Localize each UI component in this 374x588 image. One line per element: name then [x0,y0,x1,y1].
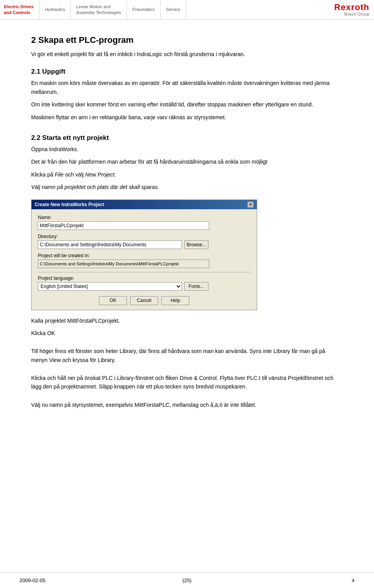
dialog-language-row: Project language: English [United States… [38,275,251,291]
section-2-2-para1: Öppna IndraWorks. [31,145,343,154]
dialog-close-button[interactable]: × [247,201,254,208]
dialog-name-row: Name: [38,215,251,230]
section-2-2: 2.2 Starta ett nytt projekt Öppna IndraW… [31,134,343,409]
rexroth-brand-name: Rexroth [334,3,369,12]
dialog-project-created-label: Project will be created in: [38,253,251,258]
footer-page-number: (25) [131,577,243,583]
nav-item-linear[interactable]: Linear Motion andAssembly Technologies [71,0,127,19]
dialog-title: Create New IndraWorks Project [35,202,104,207]
para3-italic-file: File [55,171,64,178]
nav-label-linear: Linear Motion andAssembly Technologies [76,4,121,15]
top-navigation: Electric Drivesand Controls Hydraulics L… [0,0,319,19]
dialog-help-button[interactable]: Help [161,296,189,305]
dialog-name-label: Name: [38,215,251,220]
nav-label-pneumatics: Pneumatics [132,7,155,12]
nav-item-electric[interactable]: Electric Drivesand Controls [0,0,39,19]
nav-item-pneumatics[interactable]: Pneumatics [127,0,161,19]
section-2-1: 2.1 Uppgift En maskin som körs måste öve… [31,68,343,122]
para3-italic-newproject: New Project. [85,171,116,178]
after-dialog-para1: Kalla projektet MittFörstaPLCprojekt. [31,316,343,325]
main-content: 2 Skapa ett PLC-program Vi gör ett enkel… [12,19,362,436]
dialog-browse-button[interactable]: Browse... [184,240,208,249]
section-2-2-para3: Klicka på File och välj New Project. [31,170,343,179]
section-2-1-title: 2.1 Uppgift [31,68,343,76]
chapter-title: 2 Skapa ett PLC-program [31,35,343,45]
bosch-group-name: Bosch Group [334,12,369,16]
section-2-2-para2: Det är från den här plattformen man arbe… [31,157,343,166]
logo-area: Rexroth Bosch Group [319,0,374,19]
nav-label-hydraulics: Hydraulics [45,7,65,12]
dialog-project-created-value: C:\Documents and Settings\fredstra\My Do… [38,260,209,268]
nav-label-service: Service [166,7,180,12]
dialog-body: Name: Directory: Browse... Project will … [32,209,257,310]
section-2-2-para4: Välj namn på projektet och plats där det… [31,183,343,191]
page-header: Electric Drivesand Controls Hydraulics L… [0,0,374,19]
library-para2: Klicka och håll ner på önskat PLC i Libr… [31,374,343,391]
section-2-1-para1: En maskin som körs måste övervakas av en… [31,79,343,96]
intro-paragraph: Vi gör ett enkelt projekt för att få en … [31,50,343,58]
after-dialog-para2: Klicka OK [31,329,343,337]
section-2-1-para3: Maskinen flyttar en arm i en rektangulär… [31,113,343,122]
dialog-ok-button[interactable]: OK [99,296,127,305]
dialog-project-created-row: Project will be created in: C:\Documents… [38,253,251,268]
para3-normal: Klicka på [31,171,55,178]
para3-normal2: och välj [64,171,85,178]
library-para1: Till höger finns ett fönster som heter L… [31,347,343,364]
dialog-language-select-group: English [United States] Fonts... [38,282,251,291]
dialog-directory-label: Directory: [38,234,251,239]
nav-item-service[interactable]: Service [161,0,186,19]
dialog-fonts-button[interactable]: Fonts... [184,282,208,291]
dialog-action-buttons: OK Cancel Help [38,296,251,305]
dialog-titlebar: Create New IndraWorks Project × [32,200,257,209]
section-2-2-title: 2.2 Starta ett nytt projekt [31,134,343,142]
page-footer: 2009-02-05 (25) 4 [0,572,374,588]
dialog-directory-input-group: Browse... [38,240,251,249]
dialog-divider [38,272,251,272]
nav-label-electric: Electric Drivesand Controls [4,4,34,15]
nav-item-hydraulics[interactable]: Hydraulics [39,0,71,19]
dialog-cancel-button[interactable]: Cancel [130,296,158,305]
dialog-language-label: Project language: [38,275,251,281]
dialog-name-input[interactable] [38,221,209,230]
dialog-language-select[interactable]: English [United States] [38,282,182,291]
rexroth-logo: Rexroth Bosch Group [334,3,369,16]
footer-chapter-number: 4 [243,577,355,583]
section-2-1-para2: Om inte kvittering sker kommer först en … [31,100,343,109]
dialog-directory-row: Directory: Browse... [38,234,251,249]
dialog-directory-input[interactable] [38,240,182,249]
name-para: Välj nu namn på styrsystemet, exempelvis… [31,401,343,409]
footer-date: 2009-02-05 [19,577,131,583]
dialog-screenshot: Create New IndraWorks Project × Name: Di… [31,200,257,310]
